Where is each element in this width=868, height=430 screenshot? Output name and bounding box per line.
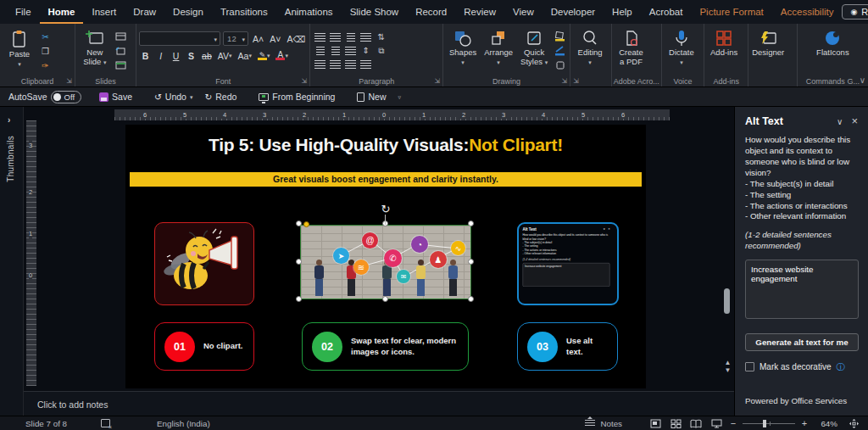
collapse-ribbon-icon[interactable]: ∨ [860, 75, 865, 85]
menu-file[interactable]: File [7, 0, 40, 24]
resize-handle-se[interactable] [468, 296, 474, 302]
decrease-font-icon[interactable]: A˅ [268, 32, 282, 45]
autosave-toggle[interactable]: Off [51, 91, 82, 103]
redo-button[interactable]: ↻Redo [200, 90, 241, 103]
panel-chevron-down-icon[interactable]: ∨ [837, 117, 843, 126]
shapes-button[interactable]: Shapes ▾ [446, 27, 480, 75]
layout-icon[interactable] [114, 31, 128, 42]
panel-close-icon[interactable]: × [851, 117, 858, 126]
smartart-icon[interactable]: ⧉ [374, 45, 388, 57]
clipart-bee-card[interactable] [154, 222, 254, 305]
align-center-icon[interactable] [328, 59, 342, 70]
menu-insert[interactable]: Insert [83, 0, 125, 24]
vertical-scrollbar[interactable] [722, 109, 732, 388]
menu-view[interactable]: View [504, 0, 542, 24]
character-spacing-button[interactable]: AV▾ [216, 49, 234, 62]
resize-handle-w[interactable] [296, 259, 302, 265]
alt-text-screenshot-card[interactable]: Alt Text∨× How would you describe this o… [517, 222, 619, 305]
scrollbar-thumb[interactable] [724, 288, 730, 314]
slide-indicator[interactable]: Slide 7 of 8 [25, 419, 67, 428]
undo-button[interactable]: ↺Undo▾ [150, 90, 197, 103]
new-presentation-button[interactable]: New [353, 90, 390, 103]
bold-button[interactable]: B [139, 49, 152, 62]
menu-design[interactable]: Design [164, 0, 212, 24]
reset-slide-icon[interactable] [114, 45, 128, 57]
increase-font-icon[interactable]: A˄ [251, 32, 265, 45]
slide-title[interactable]: Tip 5: Use High-Quality Visuals:Not Clip… [125, 135, 646, 155]
dictate-button[interactable]: Dictate ▾ [665, 27, 698, 75]
selected-photo[interactable]: ➤ @ ≋ ✆ ◔ ✉ ♟ ∿ [300, 225, 471, 299]
adjust-handle[interactable] [303, 221, 309, 227]
text-shadow-button[interactable]: S [185, 49, 198, 62]
normal-view-button[interactable] [646, 417, 665, 430]
flaticons-button[interactable]: FlatIcons [800, 27, 865, 75]
alt-text-input[interactable]: Increase website engagement [745, 260, 859, 319]
drawing-dialog-launcher[interactable]: ⇲ [561, 77, 567, 85]
align-right-icon[interactable] [343, 59, 358, 70]
expand-thumbnails-icon[interactable]: › [8, 115, 10, 125]
font-dialog-launcher[interactable]: ⇲ [302, 77, 308, 85]
align-left-icon[interactable] [313, 59, 327, 70]
menu-accessibility[interactable]: Accessibility [772, 0, 843, 24]
save-button[interactable]: Save [95, 90, 136, 103]
notes-placeholder[interactable]: Click to add notes [37, 399, 108, 410]
zoom-level[interactable]: 64% [812, 419, 837, 428]
columns-icon[interactable] [343, 45, 358, 57]
highlight-color-button[interactable]: ✎▾ [256, 49, 272, 62]
scroll-up-icon[interactable] [725, 112, 730, 117]
paste-button[interactable]: Paste ▾ [3, 27, 36, 75]
slide-nav-buttons[interactable]: ▲▼ [723, 360, 732, 375]
justify-icon[interactable] [359, 59, 373, 70]
decrease-indent-icon[interactable] [313, 45, 327, 57]
shape-fill-icon[interactable] [553, 31, 567, 42]
notes-toggle[interactable]: Notes [600, 419, 622, 428]
addins-button[interactable]: Add-ins [707, 27, 741, 75]
zoom-in-button[interactable]: + [798, 418, 810, 428]
paragraph-dialog-launcher[interactable]: ⇲ [434, 77, 440, 85]
align-text-icon[interactable]: ⇕ [359, 45, 373, 57]
slideshow-view-button[interactable] [707, 417, 726, 430]
step-2-pill[interactable]: 02 Swap text for clear, modern images or… [302, 322, 469, 371]
step-3-pill[interactable]: 03 Use alt text. [517, 322, 618, 371]
reading-view-button[interactable] [687, 417, 705, 430]
section-icon[interactable] [114, 59, 128, 71]
subtitle-banner[interactable]: Great visuals boost engagement and clari… [130, 172, 642, 187]
cut-icon[interactable]: ✂ [38, 31, 53, 42]
step-1-pill[interactable]: 01 No clipart. [154, 322, 254, 371]
editing-dialog-launcher[interactable]: ⇲ [573, 77, 579, 85]
menu-home[interactable]: Home [40, 0, 84, 24]
editing-button[interactable]: Editing ▾ [573, 27, 607, 75]
chevron-down-icon[interactable]: ▾ [190, 94, 193, 100]
resize-handle-nw[interactable] [296, 221, 302, 226]
increase-indent-icon[interactable] [328, 45, 342, 57]
arrange-button[interactable]: Arrange ▾ [481, 27, 515, 75]
menu-slide-show[interactable]: Slide Show [342, 0, 408, 24]
format-painter-icon[interactable]: ✑ [38, 59, 53, 71]
resize-handle-s[interactable] [382, 296, 388, 302]
copy-icon[interactable]: ❐ [38, 45, 53, 57]
underline-button[interactable]: U [170, 49, 182, 62]
slide-canvas[interactable]: Tip 5: Use High-Quality Visuals:Not Clip… [125, 125, 646, 388]
clear-formatting-icon[interactable]: A⌫ [285, 32, 307, 45]
change-case-button[interactable]: Aa▾ [236, 49, 253, 62]
text-direction-icon[interactable]: ⇅ [374, 31, 388, 43]
menu-acrobat[interactable]: Acrobat [641, 0, 692, 24]
new-slide-button[interactable]: NewSlide ▾ [78, 27, 112, 75]
zoom-slider-thumb[interactable] [763, 420, 766, 427]
create-pdf-button[interactable]: Createa PDF [615, 27, 648, 75]
strikethrough-button[interactable]: ab [200, 49, 214, 62]
generate-alt-text-button[interactable]: Generate alt text for me [745, 333, 859, 351]
font-size-select[interactable]: 12▾ [223, 31, 248, 46]
spellcheck-icon[interactable] [101, 419, 110, 427]
menu-record[interactable]: Record [407, 0, 455, 24]
resize-handle-ne[interactable] [468, 221, 474, 226]
menu-picture-format[interactable]: Picture Format [691, 0, 771, 24]
thumbnails-strip[interactable]: › Thumbnails [0, 107, 24, 416]
info-icon[interactable]: ⓘ [836, 361, 844, 373]
mark-decorative-checkbox[interactable] [745, 362, 754, 371]
from-beginning-button[interactable]: From Beginning [254, 90, 339, 103]
shape-outline-icon[interactable] [553, 45, 567, 57]
clipboard-dialog-launcher[interactable]: ⇲ [66, 77, 72, 85]
shape-effects-icon[interactable] [553, 59, 567, 71]
resize-handle-e[interactable] [468, 259, 474, 265]
